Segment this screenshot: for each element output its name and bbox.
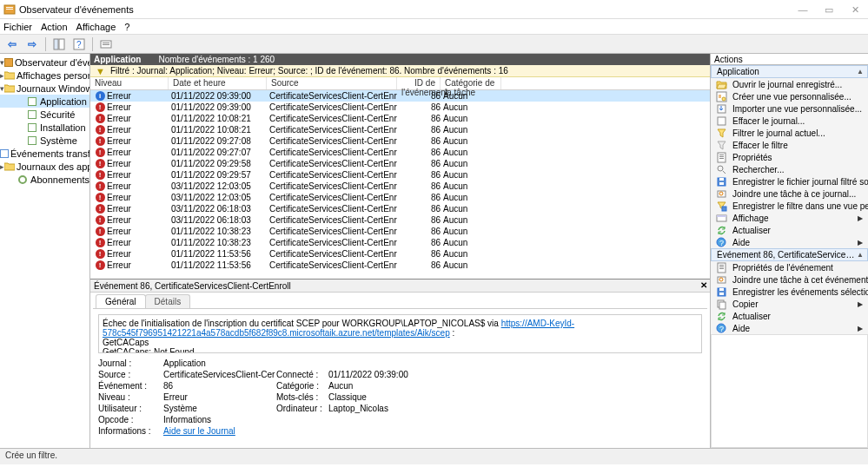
cell-date: 01/11/2022 09:29:57 — [169, 170, 267, 180]
action-item[interactable]: Propriétés de l'événement — [711, 261, 868, 273]
action-item[interactable]: Ouvrir le journal enregistré... — [711, 78, 868, 90]
menu-file[interactable]: Fichier — [3, 22, 32, 32]
tree-windows-logs[interactable]: ▾ Journaux Windows — [0, 82, 89, 95]
action-item[interactable]: Actualiser — [711, 224, 868, 236]
table-row[interactable]: !Erreur01/11/2022 10:38:23CertificateSer… — [90, 226, 710, 237]
table-row[interactable]: !Erreur01/11/2022 10:38:23CertificateSer… — [90, 237, 710, 248]
tree-application[interactable]: Application — [0, 95, 89, 108]
tree-forwarded[interactable]: Événements transférés — [0, 147, 89, 160]
table-row[interactable]: !Erreur01/11/2022 09:29:58CertificateSer… — [90, 158, 710, 169]
event-list[interactable]: Niveau Date et heure Source ID de l'évén… — [90, 77, 710, 279]
cell-id: 86 — [397, 170, 441, 180]
action-item[interactable]: Rechercher... — [711, 163, 868, 175]
cell-level: Erreur — [107, 102, 131, 112]
nav-back-button[interactable]: ⇦ — [3, 36, 21, 52]
tree-installation[interactable]: Installation — [0, 121, 89, 134]
action-item[interactable]: Copier▶ — [711, 298, 868, 310]
menu-help[interactable]: ? — [124, 22, 129, 32]
table-row[interactable]: iErreur01/11/2022 09:39:00CertificateSer… — [90, 90, 710, 102]
col-source[interactable]: Source — [267, 77, 397, 89]
action-item[interactable]: Joindre une tâche à ce journal... — [711, 187, 868, 200]
action-item[interactable]: Enregistrer le fichier journal filtré so… — [711, 175, 868, 187]
table-row[interactable]: !Erreur01/11/2022 09:29:57CertificateSer… — [90, 169, 710, 181]
status-text: Crée un filtre. — [5, 451, 57, 460]
prop-val: 01/11/2022 09:39:00 — [328, 370, 450, 379]
actions-event-header[interactable]: Événement 86, CertificateServicesClient-… — [711, 248, 868, 261]
cell-source: CertificateServicesClient-CertEnroll — [267, 170, 397, 180]
action-item[interactable]: Importer une vue personnalisée... — [711, 102, 868, 115]
cell-date: 03/11/2022 12:03:05 — [169, 193, 267, 202]
minimize-button[interactable]: — — [790, 0, 816, 19]
action-item[interactable]: ?Aide▶ — [711, 322, 868, 334]
col-category[interactable]: Catégorie de la tâche — [441, 77, 501, 89]
action-item[interactable]: Effacer le journal... — [711, 115, 868, 127]
action-item[interactable]: Créer une vue personnalisée... — [711, 90, 868, 102]
maximize-button[interactable]: ▭ — [816, 0, 842, 19]
cell-level: Erreur — [107, 148, 131, 157]
tree-app-services[interactable]: ▸ Journaux des applications et — [0, 160, 89, 173]
filter-icon — [716, 128, 727, 139]
nav-fwd-button[interactable]: ⇨ — [23, 36, 41, 52]
error-icon: ! — [96, 204, 105, 214]
table-row[interactable]: !Erreur03/11/2022 06:18:03CertificateSer… — [90, 203, 710, 214]
prop-key: Journal : — [98, 358, 163, 368]
tab-details[interactable]: Détails — [145, 294, 191, 308]
svg-text:?: ? — [719, 325, 724, 333]
actions-app-header[interactable]: Application ▲ — [711, 65, 868, 78]
table-row[interactable]: !Erreur03/11/2022 12:03:05CertificateSer… — [90, 192, 710, 203]
folder-icon — [4, 82, 15, 95]
action-item[interactable]: Joindre une tâche à cet événement... — [711, 273, 868, 286]
collapse-icon[interactable]: ▲ — [857, 251, 864, 259]
table-row[interactable]: !Erreur01/11/2022 10:08:21CertificateSer… — [90, 124, 710, 135]
col-id[interactable]: ID de l'événement — [397, 77, 441, 89]
cell-id: 86 — [397, 148, 441, 157]
log-name: Application — [94, 55, 141, 64]
tree-security[interactable]: Sécurité — [0, 108, 89, 121]
action-item[interactable]: Enregistrer le filtre dans une vue perso… — [711, 200, 868, 212]
tree-system[interactable]: Système — [0, 134, 89, 147]
col-level[interactable]: Niveau — [90, 77, 169, 89]
actions-pane: Actions Application ▲ Ouvrir le journal … — [711, 54, 868, 448]
cell-level: Erreur — [107, 159, 131, 168]
cell-source: CertificateServicesClient-CertEnroll — [267, 125, 397, 135]
table-row[interactable]: !Erreur01/11/2022 09:27:07CertificateSer… — [90, 147, 710, 158]
cell-source: CertificateServicesClient-CertEnroll — [267, 114, 397, 123]
action-item[interactable]: Effacer le filtre — [711, 139, 868, 151]
table-row[interactable]: !Erreur01/11/2022 11:53:56CertificateSer… — [90, 260, 710, 271]
action-label: Actualiser — [732, 226, 771, 235]
table-row[interactable]: !Erreur03/11/2022 12:03:05CertificateSer… — [90, 181, 710, 192]
table-row[interactable]: !Erreur01/11/2022 11:53:56CertificateSer… — [90, 248, 710, 260]
nav-tree[interactable]: ▾ Observateur d'événements (Loca ▸ Affic… — [0, 54, 90, 448]
table-row[interactable]: !Erreur03/11/2022 06:18:03CertificateSer… — [90, 214, 710, 226]
tree-subscriptions[interactable]: Abonnements — [0, 173, 89, 186]
action-item[interactable]: Actualiser — [711, 310, 868, 322]
close-detail-button[interactable]: ✕ — [700, 280, 707, 290]
action-item[interactable]: Filtrer le journal actuel... — [711, 127, 868, 139]
action-item[interactable]: Enregistrer les événements sélectionnés.… — [711, 286, 868, 298]
help-link[interactable]: Aide sur le Journal — [163, 426, 235, 436]
col-date[interactable]: Date et heure — [169, 77, 267, 89]
table-row[interactable]: !Erreur01/11/2022 09:39:00CertificateSer… — [90, 102, 710, 113]
show-tree-button[interactable] — [50, 36, 68, 52]
svg-rect-14 — [718, 117, 726, 125]
tree-custom-views[interactable]: ▸ Affichages personnalisés — [0, 69, 89, 82]
table-row[interactable]: !Erreur01/11/2022 10:08:21CertificateSer… — [90, 113, 710, 124]
find-icon — [716, 164, 727, 175]
help-button[interactable]: ? — [70, 36, 88, 52]
action-item[interactable]: Propriétés — [711, 151, 868, 163]
close-button[interactable]: ✕ — [842, 0, 868, 19]
cell-date: 01/11/2022 11:53:56 — [169, 249, 267, 259]
menu-view[interactable]: Affichage — [76, 22, 116, 32]
cell-level: Erreur — [107, 170, 131, 180]
action-item[interactable]: Affichage▶ — [711, 212, 868, 224]
cell-date: 01/11/2022 11:53:56 — [169, 260, 267, 270]
tab-general[interactable]: Général — [96, 294, 146, 308]
toolbar-view-button[interactable] — [97, 36, 115, 52]
action-item[interactable]: ?Aide▶ — [711, 236, 868, 248]
prop-val: Système — [163, 404, 276, 413]
menu-action[interactable]: Action — [41, 22, 68, 32]
collapse-icon[interactable]: ▲ — [857, 68, 864, 76]
column-headers[interactable]: Niveau Date et heure Source ID de l'évén… — [90, 77, 710, 90]
tree-root[interactable]: ▾ Observateur d'événements (Loca — [0, 56, 89, 69]
table-row[interactable]: !Erreur01/11/2022 09:27:08CertificateSer… — [90, 135, 710, 147]
